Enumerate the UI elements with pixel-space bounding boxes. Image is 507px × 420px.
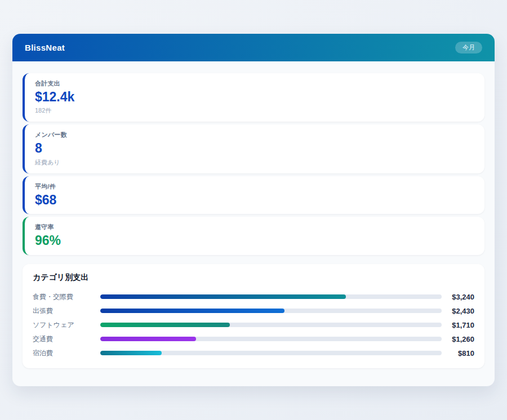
category-label: 出張費 xyxy=(33,306,100,316)
dashboard-panel: BlissNeat 今月 合計支出 $12.4k 182件 メンバー数 8 経費… xyxy=(12,34,495,386)
category-spend-chart: カテゴリ別支出 食費・交際費 $3,240 出張費 $2,430 ソフトウェア xyxy=(23,264,484,368)
bar-fill xyxy=(100,309,284,313)
category-value: $3,240 xyxy=(442,293,474,301)
stat-label: 平均/件 xyxy=(35,182,473,191)
stat-label: 遵守率 xyxy=(35,223,473,231)
stat-value: 8 xyxy=(35,141,473,155)
stat-sub: 182件 xyxy=(35,106,473,115)
category-row: 食費・交際費 $3,240 xyxy=(33,290,474,304)
stat-card-total-spend: 合計支出 $12.4k 182件 xyxy=(23,73,484,122)
bar-fill xyxy=(100,337,196,341)
category-label: 宿泊費 xyxy=(33,348,100,358)
bar-track xyxy=(100,294,442,299)
bar-fill xyxy=(100,351,162,355)
category-row: ソフトウェア $1,710 xyxy=(33,318,474,332)
category-label: 交通費 xyxy=(33,334,100,344)
app-title: BlissNeat xyxy=(25,43,65,52)
stat-value: $12.4k xyxy=(35,90,473,104)
dashboard-content: 合計支出 $12.4k 182件 メンバー数 8 経費あり 平均/件 $68 遵… xyxy=(12,61,495,368)
bar-fill xyxy=(100,294,346,299)
chart-title: カテゴリ別支出 xyxy=(33,272,474,283)
stat-label: 合計支出 xyxy=(35,79,473,88)
category-row: 交通費 $1,260 xyxy=(33,332,474,346)
category-value: $810 xyxy=(442,349,474,358)
bar-track xyxy=(100,323,442,327)
bar-track xyxy=(100,309,442,313)
stat-value: 96% xyxy=(35,233,473,248)
category-value: $2,430 xyxy=(442,307,474,315)
category-row: 出張費 $2,430 xyxy=(33,304,474,318)
category-value: $1,260 xyxy=(442,335,474,343)
category-label: ソフトウェア xyxy=(33,320,100,330)
bar-track xyxy=(100,337,442,341)
stat-card-average-per-item: 平均/件 $68 xyxy=(23,176,484,214)
category-label: 食費・交際費 xyxy=(33,292,100,302)
stat-label: メンバー数 xyxy=(35,131,473,139)
app-header: BlissNeat 今月 xyxy=(12,34,495,61)
stat-value: $68 xyxy=(35,193,473,207)
stat-card-member-count: メンバー数 8 経費あり xyxy=(23,124,484,173)
stat-sub: 経費あり xyxy=(35,158,473,167)
period-badge[interactable]: 今月 xyxy=(455,42,482,53)
stat-card-compliance-rate: 遵守率 96% xyxy=(23,217,484,254)
category-value: $1,710 xyxy=(442,321,474,329)
category-row: 宿泊費 $810 xyxy=(33,346,474,360)
bar-fill xyxy=(100,323,230,327)
bar-track xyxy=(100,351,442,355)
